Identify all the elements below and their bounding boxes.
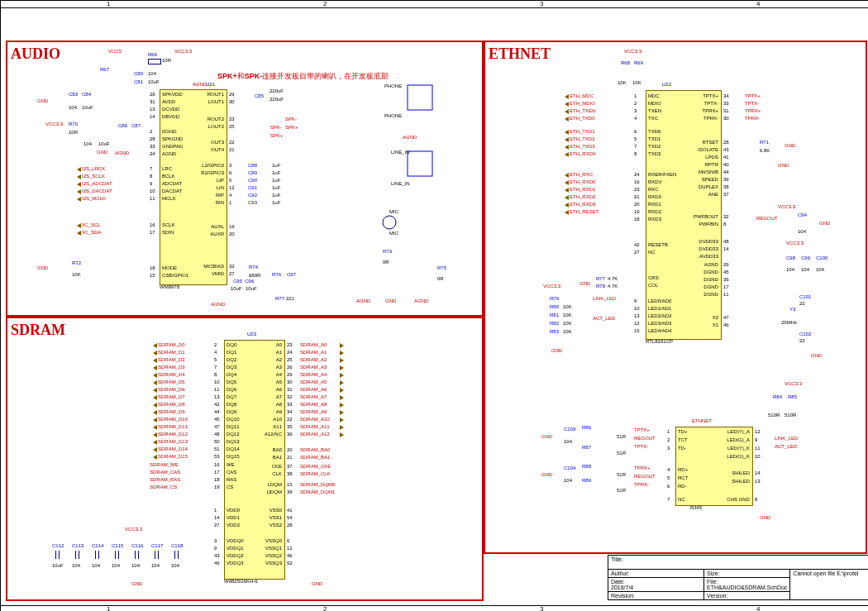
u23-part: W9825G6KH-6 (224, 579, 258, 584)
net-label: ETH_RXD2 (570, 194, 595, 199)
net-label: SDRAM_D1 (158, 350, 185, 355)
net-port-icon (153, 440, 157, 445)
cap-ref: C93 (248, 200, 257, 205)
pin-number: 7 (150, 166, 152, 171)
net-port-icon (565, 152, 569, 157)
net-port-icon (153, 351, 157, 356)
net-port-icon (565, 203, 569, 208)
phone1: PHONE (384, 84, 402, 88)
pin-number: 30 (229, 99, 235, 104)
pin-name: A2 (241, 357, 282, 362)
pin-number: 4 (667, 467, 670, 472)
net-port-icon (340, 365, 344, 370)
pin-name: LPDS (677, 155, 718, 160)
net-label: ETH_MDC (570, 93, 594, 98)
pin-number: 48 (214, 432, 220, 437)
pin-number: 33 (287, 402, 293, 407)
cap-val: 104 (72, 563, 80, 568)
svg-rect-1 (408, 85, 432, 110)
net-label: SDRAM_D14 (158, 446, 188, 451)
pin-number: 4 (214, 350, 217, 355)
pin-name: CLK (241, 471, 282, 476)
title-block: Title: Author: Size: Cannot open file E:… (608, 555, 868, 600)
net-label: SDRAM_A10 (300, 417, 330, 422)
pin-number: 13 (214, 394, 220, 399)
pin-name: DGND (677, 292, 718, 297)
pin-name: DCVDD (162, 107, 212, 112)
pin-number: 47 (214, 424, 220, 429)
net-label: TPTX- (745, 101, 759, 106)
net-label: ETH_TXD2 (570, 136, 595, 141)
pin-name: DGND (677, 284, 718, 289)
pin-name: LED1/AD1 (648, 306, 698, 311)
pin-number: 2 (214, 342, 217, 347)
pin-name: AUXL (183, 224, 224, 229)
pin-name: X2 (677, 315, 718, 320)
net-label: IIC_SDA (82, 230, 101, 235)
net-port-icon (153, 418, 157, 422)
pin-number: 14 (723, 246, 729, 251)
pin-number: 31 (150, 99, 155, 104)
col-4-top: 4 (756, 0, 760, 7)
net-port-icon (565, 173, 569, 178)
pin-name: VSSQ3 (241, 561, 282, 566)
net-port-icon (77, 174, 81, 179)
r75: R75 (437, 265, 446, 270)
pin-name: LED(Y)_K (708, 446, 750, 451)
net-port-icon (153, 365, 157, 370)
pin-name: DGND (677, 270, 718, 274)
net-label: SDRAM_A12 (300, 432, 330, 437)
pin-name: RTSET (677, 140, 718, 145)
cap-ref: C117 (151, 543, 163, 548)
net-label: TPTX+ (745, 93, 761, 98)
pin-name: L2/GPIO2 (183, 163, 224, 168)
pin-number: 29 (287, 372, 293, 377)
pin-name: A10 (241, 417, 282, 422)
net-label: SDRAM_DQM0 (300, 482, 335, 487)
pin-name: A9 (241, 409, 282, 414)
net-label: I2S_ADCDAT (82, 181, 112, 186)
pin-number: 18 (214, 477, 220, 482)
pin-name: ANE (677, 192, 718, 197)
pin-number: 34 (287, 409, 293, 414)
pin-number: 15 (150, 273, 155, 278)
pin-number: 15 (287, 482, 293, 487)
pin-number: 13 (150, 107, 155, 112)
net-port-icon (340, 410, 344, 415)
cap-val: 1uF (272, 193, 280, 198)
tb-err: Cannot open file E:\protel (793, 570, 858, 576)
pin-number: 24 (287, 350, 293, 355)
net-label: SDRAM_D7 (158, 394, 185, 399)
net-label: SDRAM_CAS (150, 470, 180, 475)
tb-file: ETH&AUDIO&SDRAM.SchDoc (707, 585, 787, 590)
net-label: SDRAM_D15 (158, 454, 188, 459)
pin-name: A1 (241, 350, 282, 355)
net-label: SDRAM_CLK (300, 471, 331, 476)
pin-name: VSS2 (241, 523, 282, 527)
net-label: SDRAM_D5 (158, 379, 185, 384)
pin-number: 23 (229, 117, 235, 122)
net-label: SDRAM_D13 (158, 439, 188, 444)
pin-name: ROUT2 (183, 117, 224, 122)
pin-number: 25 (229, 124, 235, 129)
net-label: ETH_TXD0 (570, 116, 595, 121)
pin-name: VMID (183, 271, 224, 276)
pin-number: 19 (634, 209, 640, 214)
pin-number: 30 (287, 379, 293, 384)
pin-name: A5 (241, 379, 282, 384)
pin-number: 18 (634, 217, 640, 222)
cap-ref: C91 (248, 185, 257, 190)
net-port-icon (77, 189, 81, 194)
net-port-icon (565, 188, 569, 193)
pin-number: 43 (723, 147, 729, 152)
pin-number: 4 (634, 116, 637, 121)
pin-name: CKE (241, 464, 282, 469)
pin-name: DGND (162, 129, 212, 134)
net-port-icon (565, 137, 569, 142)
net-port-icon (153, 447, 157, 452)
cap-icon (135, 551, 140, 559)
pin-name: TXD0 (648, 129, 698, 134)
pin-number: 12 (229, 185, 235, 190)
net-label: ETH_RXD1 (570, 187, 595, 192)
pin-number: 6 (229, 170, 231, 175)
